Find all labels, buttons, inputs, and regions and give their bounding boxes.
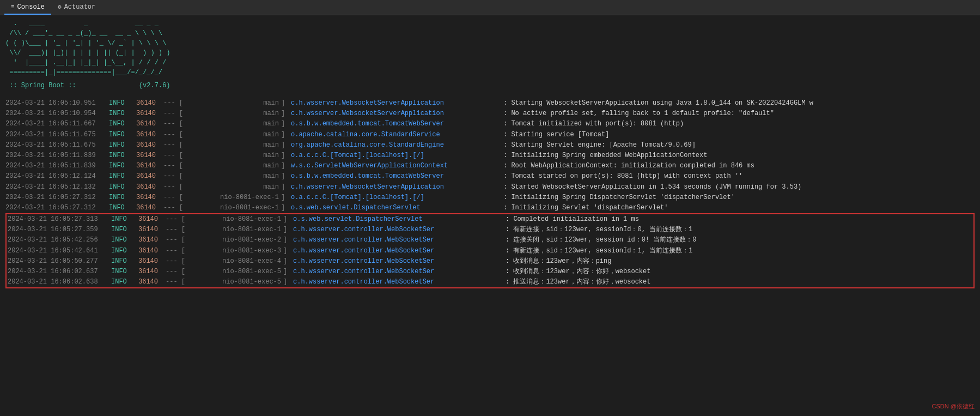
log-timestamp: 2024-03-21 16:05:27.359 bbox=[8, 225, 111, 235]
log-level: INFO bbox=[109, 171, 136, 182]
log-class: o.a.c.c.C.[Tomcat].[localhost].[/] bbox=[291, 150, 503, 161]
spring-version: :: Spring Boot :: (v2.7.6) bbox=[5, 82, 975, 89]
log-timestamp: 2024-03-21 16:05:10.954 bbox=[5, 108, 109, 119]
log-level: INFO bbox=[109, 98, 136, 108]
log-timestamp: 2024-03-21 16:05:11.839 bbox=[5, 150, 109, 161]
log-pid: 36140 bbox=[136, 108, 163, 119]
log-thread: nio-8081-exec-1 bbox=[183, 192, 281, 203]
log-timestamp: 2024-03-21 16:05:27.312 bbox=[5, 192, 109, 203]
log-class: c.h.wsserver.WebsocketServerApplication bbox=[291, 108, 503, 119]
log-bracket: ] bbox=[281, 98, 291, 108]
log-level: INFO bbox=[109, 130, 136, 140]
actuator-icon: ⚙ bbox=[58, 3, 62, 10]
log-pid: 36140 bbox=[136, 150, 163, 161]
log-level: INFO bbox=[109, 192, 136, 203]
log-message: : Tomcat started on port(s): 8081 (http)… bbox=[503, 171, 975, 182]
log-timestamp: 2024-03-21 16:05:27.312 bbox=[5, 203, 109, 213]
log-level: INFO bbox=[111, 277, 138, 287]
log-thread: main bbox=[183, 130, 281, 140]
log-sep: --- [ bbox=[166, 267, 185, 277]
log-bracket: ] bbox=[281, 119, 291, 129]
log-bracket: ] bbox=[283, 235, 293, 245]
log-class: c.h.wsserver.WebsocketServerApplication bbox=[291, 98, 503, 108]
log-bracket: ] bbox=[283, 246, 293, 256]
log-pid: 36140 bbox=[136, 192, 163, 203]
log-thread: nio-8081-exec-4 bbox=[185, 256, 283, 267]
log-thread: nio-8081-exec-5 bbox=[185, 277, 283, 287]
log-pid: 36140 bbox=[138, 214, 166, 225]
log-row: 2024-03-21 16:06:02.638 INFO 36140 --- [… bbox=[7, 277, 973, 287]
log-level: INFO bbox=[109, 119, 136, 129]
log-pid: 36140 bbox=[136, 161, 163, 171]
log-sep: --- [ bbox=[163, 161, 183, 171]
log-thread: main bbox=[183, 108, 281, 119]
log-bracket: ] bbox=[281, 161, 291, 171]
log-thread: main bbox=[183, 140, 281, 150]
log-class: o.s.web.servlet.DispatcherServlet bbox=[293, 214, 506, 225]
log-pid: 36140 bbox=[136, 140, 163, 150]
tab-actuator[interactable]: ⚙ Actuator bbox=[51, 0, 102, 15]
csdn-watermark: CSDN @依德红 bbox=[932, 402, 975, 411]
log-timestamp: 2024-03-21 16:05:11.675 bbox=[5, 140, 109, 150]
log-bracket: ] bbox=[283, 277, 293, 287]
log-row: 2024-03-21 16:05:42.256 INFO 36140 --- [… bbox=[7, 235, 973, 245]
log-sep: --- [ bbox=[163, 119, 183, 129]
log-class: c.h.wsserver.controller.WebSocketSer bbox=[293, 235, 506, 245]
log-thread: main bbox=[183, 161, 281, 171]
log-bracket: ] bbox=[283, 225, 293, 235]
log-pid: 36140 bbox=[138, 256, 166, 267]
log-sep: --- [ bbox=[163, 203, 183, 213]
log-timestamp: 2024-03-21 16:06:02.638 bbox=[8, 277, 111, 287]
log-row: 2024-03-21 16:05:12.124 INFO 36140 --- [… bbox=[5, 171, 975, 182]
log-message: : Started WebsocketServerApplication in … bbox=[503, 182, 975, 192]
log-level: INFO bbox=[111, 235, 138, 245]
log-message: : 连接关闭，sid：123wer, session id：0! 当前连接数：0 bbox=[506, 235, 972, 245]
log-sep: --- [ bbox=[163, 182, 183, 192]
log-class: w.s.c.ServletWebServerApplicationContext bbox=[291, 161, 503, 171]
log-sep: --- [ bbox=[166, 235, 185, 245]
actuator-tab-label: Actuator bbox=[64, 3, 96, 11]
log-timestamp: 2024-03-21 16:05:10.951 bbox=[5, 98, 109, 108]
log-message: : Initializing Spring DispatcherServlet … bbox=[503, 192, 975, 203]
log-message: : Initializing Servlet 'dispatcherServle… bbox=[503, 203, 975, 213]
log-message: : Starting Servlet engine: [Apache Tomca… bbox=[503, 140, 975, 150]
log-sep: --- [ bbox=[166, 246, 185, 256]
log-timestamp: 2024-03-21 16:06:02.637 bbox=[8, 267, 111, 277]
log-pid: 36140 bbox=[136, 98, 163, 108]
log-timestamp: 2024-03-21 16:05:11.839 bbox=[5, 161, 109, 171]
log-timestamp: 2024-03-21 16:05:42.641 bbox=[8, 246, 111, 256]
log-level: INFO bbox=[109, 182, 136, 192]
log-bracket: ] bbox=[281, 150, 291, 161]
log-bracket: ] bbox=[281, 182, 291, 192]
log-bracket: ] bbox=[281, 203, 291, 213]
log-timestamp: 2024-03-21 16:05:12.132 bbox=[5, 182, 109, 192]
log-row: 2024-03-21 16:05:27.359 INFO 36140 --- [… bbox=[7, 225, 973, 235]
log-thread: main bbox=[183, 171, 281, 182]
log-row: 2024-03-21 16:06:02.637 INFO 36140 --- [… bbox=[7, 267, 973, 277]
log-level: INFO bbox=[111, 267, 138, 277]
log-timestamp: 2024-03-21 16:05:12.124 bbox=[5, 171, 109, 182]
log-message: : 收到消息：123wer，内容：你好，websocket bbox=[506, 267, 972, 277]
log-thread: nio-8081-exec-5 bbox=[185, 267, 283, 277]
log-sep: --- [ bbox=[163, 150, 183, 161]
log-class: c.h.wsserver.controller.WebSocketSer bbox=[293, 256, 506, 267]
log-row: 2024-03-21 16:05:27.312 INFO 36140 --- [… bbox=[5, 203, 975, 213]
log-thread: nio-8081-exec-3 bbox=[185, 246, 283, 256]
log-level: INFO bbox=[111, 214, 138, 225]
log-pid: 36140 bbox=[138, 225, 166, 235]
log-class: c.h.wsserver.controller.WebSocketSer bbox=[293, 277, 506, 287]
log-class: c.h.wsserver.controller.WebSocketSer bbox=[293, 267, 506, 277]
log-pid: 36140 bbox=[136, 130, 163, 140]
log-thread: main bbox=[183, 182, 281, 192]
log-bracket: ] bbox=[283, 256, 293, 267]
console-area: . ____ _ __ _ _ /\\ / ___'_ __ _ _(_)_ _… bbox=[0, 15, 980, 416]
spring-banner: . ____ _ __ _ _ /\\ / ___'_ __ _ _(_)_ _… bbox=[5, 19, 975, 77]
tab-console[interactable]: ≡ Console bbox=[4, 0, 51, 15]
log-bracket: ] bbox=[281, 130, 291, 140]
log-row: 2024-03-21 16:05:50.277 INFO 36140 --- [… bbox=[7, 256, 973, 267]
log-message: : 有新连接，sid：123wer, sessionId：0, 当前连接数：1 bbox=[506, 225, 972, 235]
log-class: o.apache.catalina.core.StandardService bbox=[291, 130, 503, 140]
log-level: INFO bbox=[109, 150, 136, 161]
log-sep: --- [ bbox=[163, 171, 183, 182]
log-sep: --- [ bbox=[166, 225, 185, 235]
